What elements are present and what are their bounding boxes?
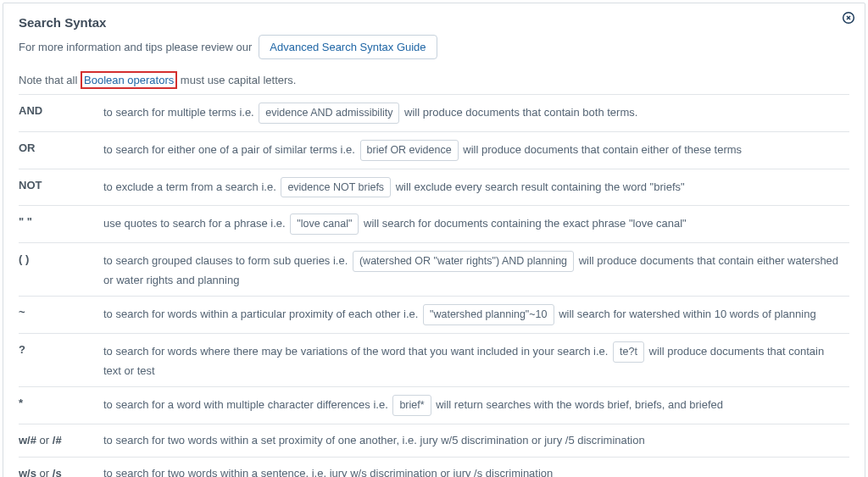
note-pre: Note that all <box>19 74 81 86</box>
desc-pre: to search for words where there may be v… <box>103 345 608 358</box>
op-or: or <box>36 467 53 478</box>
close-circle-icon <box>842 11 855 25</box>
desc-pre: to search for words within a particular … <box>103 308 418 320</box>
desc-pre: to search for multiple terms i.e. <box>103 106 254 119</box>
table-row: AND to search for multiple terms i.e. ev… <box>19 95 849 131</box>
description-cell: to exclude a term from a search i.e. evi… <box>103 169 849 206</box>
operator-cell: w/# or /# <box>19 424 103 458</box>
desc-pre: to search grouped clauses to form sub qu… <box>103 254 348 267</box>
operator-cell: ? <box>19 334 103 387</box>
description-cell: to search for two words within a set pro… <box>103 424 849 458</box>
description-cell: to search for two words within a sentenc… <box>103 457 849 477</box>
syntax-table: AND to search for multiple terms i.e. ev… <box>19 95 849 477</box>
example-pill: evidence NOT briefs <box>281 177 391 198</box>
desc-post: will return searches with the words brie… <box>436 398 723 411</box>
example-pill: "watershed planning"~10 <box>423 304 554 325</box>
operator-cell: * <box>19 387 103 424</box>
op-a: w/s <box>19 467 36 478</box>
desc-pre: to search for a word with multiple chara… <box>103 398 388 411</box>
desc-pre: to exclude a term from a search i.e. <box>103 180 276 193</box>
op-b: /# <box>53 434 62 446</box>
table-row: w/s or /s to search for two words within… <box>19 457 849 477</box>
example-pill: (watershed OR "water rights") AND planni… <box>353 251 574 272</box>
description-cell: to search grouped clauses to form sub qu… <box>103 243 849 297</box>
desc-post: will search for watershed within 10 word… <box>559 308 816 320</box>
op-b: /s <box>53 467 62 478</box>
example-pill: te?t <box>613 341 644 363</box>
example-pill: "love canal" <box>290 214 359 235</box>
note-post: must use capital letters. <box>177 74 296 86</box>
description-cell: use quotes to search for a phrase i.e. "… <box>103 206 849 243</box>
table-row: NOT to exclude a term from a search i.e.… <box>19 169 849 206</box>
subtitle-text: For more information and tips please rev… <box>19 41 252 53</box>
example-pill: brief OR evidence <box>360 140 459 161</box>
operator-cell: " " <box>19 206 103 243</box>
operator-cell: OR <box>19 131 103 169</box>
desc-post: will search for documents containing the… <box>364 217 687 230</box>
operator-cell: NOT <box>19 169 103 206</box>
table-row: ( ) to search grouped clauses to form su… <box>19 243 849 297</box>
operator-cell: w/s or /s <box>19 457 103 477</box>
desc-post: will produce documents that contain eith… <box>463 143 742 156</box>
desc-post: will produce documents that contain both… <box>404 106 637 119</box>
boolean-operators-link[interactable]: Boolean operators <box>81 71 177 89</box>
subtitle-row: For more information and tips please rev… <box>19 35 849 59</box>
description-cell: to search for a word with multiple chara… <box>103 387 849 424</box>
op-or: or <box>36 434 53 446</box>
operator-cell: AND <box>19 95 103 131</box>
table-row: OR to search for either one of a pair of… <box>19 131 849 169</box>
panel-title: Search Syntax <box>19 15 849 30</box>
description-cell: to search for multiple terms i.e. eviden… <box>103 95 849 131</box>
search-syntax-panel: Search Syntax For more information and t… <box>3 3 865 477</box>
operator-cell: ( ) <box>19 243 103 297</box>
table-row: ~ to search for words within a particula… <box>19 297 849 334</box>
example-pill: brief* <box>392 395 431 416</box>
operator-cell: ~ <box>19 297 103 334</box>
desc-pre: to search for either one of a pair of si… <box>103 143 355 156</box>
description-cell: to search for words within a particular … <box>103 297 849 334</box>
desc-post: will exclude every search result contain… <box>396 180 685 193</box>
op-a: w/# <box>19 434 36 446</box>
table-row: * to search for a word with multiple cha… <box>19 387 849 424</box>
table-row: " " use quotes to search for a phrase i.… <box>19 206 849 243</box>
table-row: ? to search for words where there may be… <box>19 334 849 387</box>
description-cell: to search for either one of a pair of si… <box>103 131 849 169</box>
table-row: w/# or /# to search for two words within… <box>19 424 849 458</box>
example-pill: evidence AND admissibility <box>259 103 399 124</box>
description-cell: to search for words where there may be v… <box>103 334 849 387</box>
close-button[interactable] <box>841 10 856 25</box>
advanced-guide-link[interactable]: Advanced Search Syntax Guide <box>259 35 437 59</box>
desc-pre: use quotes to search for a phrase i.e. <box>103 217 286 230</box>
note-row: Note that all Boolean operators must use… <box>19 71 849 95</box>
